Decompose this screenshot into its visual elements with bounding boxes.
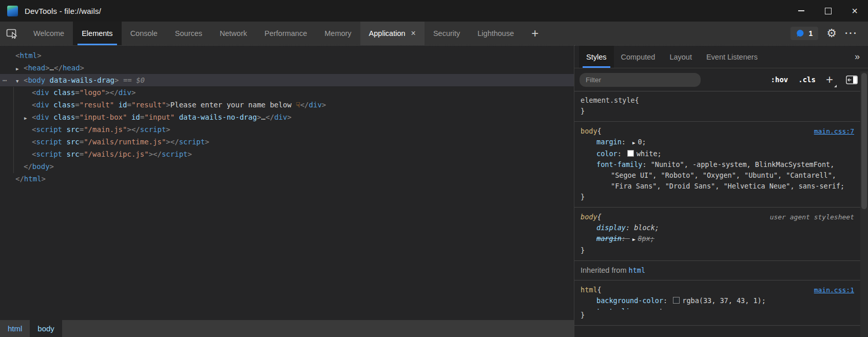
tab-elements[interactable]: Elements: [73, 22, 121, 45]
css-property[interactable]: font-family: "Nunito", -apple-system, Bl…: [581, 159, 854, 192]
css-property[interactable]: margin: ▶0;: [581, 137, 854, 148]
maximize-button[interactable]: [815, 0, 841, 22]
code-token: "input-box": [80, 113, 127, 121]
tab-performance[interactable]: Performance: [256, 22, 316, 45]
tab-console[interactable]: Console: [122, 22, 166, 45]
new-style-rule-button[interactable]: +: [826, 73, 837, 86]
code-token: div: [309, 101, 322, 109]
tree-row[interactable]: <div class="logo"></div>: [0, 86, 574, 99]
element-classes-button[interactable]: .cls: [798, 76, 816, 84]
css-property[interactable]: margin: ▶8px;: [581, 233, 854, 245]
scrollbar-thumb[interactable]: [861, 73, 867, 209]
property-colon: :: [642, 160, 650, 168]
code-token: "result": [80, 101, 114, 109]
tree-row[interactable]: ▶<div class="input-box" id="input" data-…: [0, 111, 574, 123]
property-value: 0;: [638, 138, 646, 146]
inherited-from-link[interactable]: html: [629, 266, 646, 274]
stylesheet-link[interactable]: main.css:1: [814, 285, 854, 295]
styles-filter-input[interactable]: [580, 73, 701, 87]
rule-selector-line: element.style {: [581, 95, 854, 106]
property-colon: :: [626, 223, 634, 232]
code-token: </: [300, 101, 309, 109]
tab-label: Performance: [264, 29, 307, 38]
code-token: >: [166, 138, 170, 146]
code-token: =: [80, 138, 84, 146]
css-property[interactable]: color: white;: [581, 148, 854, 159]
styles-scrollbar[interactable]: [860, 71, 868, 337]
elements-panel: <html>▶<head>…</head>⋯▼<body data-wails-…: [0, 45, 574, 337]
tree-row[interactable]: </body>: [0, 160, 574, 173]
tab-close-icon[interactable]: ×: [411, 29, 416, 38]
sidebar-tab-layout[interactable]: Layout: [662, 46, 699, 68]
property-name: background-color: [596, 296, 663, 305]
rule-selector-line: body {user agent stylesheet: [581, 212, 854, 222]
expand-value-arrow-icon[interactable]: ▶: [630, 237, 638, 242]
css-selector[interactable]: body: [581, 212, 597, 222]
code-token: =: [80, 150, 84, 158]
css-selector[interactable]: html: [581, 285, 597, 295]
tab-security[interactable]: Security: [425, 22, 469, 45]
expand-arrow-icon[interactable]: ▶: [24, 112, 32, 124]
code-token: html: [24, 175, 42, 183]
tab-label: Security: [433, 29, 460, 38]
tree-row[interactable]: ▶<head>…</head>: [0, 62, 574, 74]
expand-arrow-icon[interactable]: ▶: [16, 63, 24, 75]
tab-lighthouse[interactable]: Lighthouse: [469, 22, 523, 45]
tab-label: Network: [220, 29, 247, 38]
tree-row[interactable]: <div class="result" id="result">Please e…: [0, 99, 574, 111]
expand-value-arrow-icon[interactable]: ▶: [630, 140, 638, 145]
node-menu-icon[interactable]: ⋯: [3, 74, 7, 86]
code-token: >: [205, 138, 209, 146]
stylesheet-link[interactable]: main.css:7: [814, 126, 854, 137]
styles-toolbar: :hov .cls +: [574, 68, 868, 91]
tab-sources[interactable]: Sources: [166, 22, 211, 45]
css-property[interactable]: text-align: center;: [581, 306, 854, 310]
sidebar-tabs-overflow-icon[interactable]: »: [846, 46, 868, 68]
tree-row[interactable]: <script src="/main.js"></script>: [0, 123, 574, 136]
code-token: data-wails-no-drag: [179, 113, 257, 121]
breadcrumb-item-html[interactable]: html: [0, 320, 30, 337]
property-name: margin: [596, 234, 622, 242]
tree-row[interactable]: ⋯▼<body data-wails-drag> == $0: [0, 74, 574, 86]
toggle-element-state-button[interactable]: :hov: [771, 76, 788, 84]
css-selector[interactable]: element.style: [581, 95, 635, 106]
css-selector[interactable]: body: [581, 126, 597, 137]
code-token: >: [149, 150, 153, 158]
tab-welcome[interactable]: Welcome: [25, 22, 73, 45]
sidebar-tab-styles[interactable]: Styles: [579, 46, 614, 68]
sidebar-tab-computed[interactable]: Computed: [614, 46, 663, 68]
tab-memory[interactable]: Memory: [316, 22, 360, 45]
code-token: </: [15, 175, 24, 183]
code-token: =: [127, 101, 131, 109]
breadcrumb-item-body[interactable]: body: [30, 320, 62, 337]
issues-counter-button[interactable]: 1: [790, 27, 818, 40]
tree-row[interactable]: <script src="/wails/ipc.js"></script>: [0, 148, 574, 160]
toggle-sidebar-button[interactable]: [846, 76, 858, 84]
collapse-arrow-icon[interactable]: ▼: [16, 75, 24, 87]
add-panel-button[interactable]: +: [523, 22, 547, 45]
code-token: …: [50, 64, 54, 72]
tree-row[interactable]: <script src="/wails/runtime.js"></script…: [0, 136, 574, 148]
code-token: [49, 113, 53, 121]
css-property[interactable]: background-color: rgba(33, 37, 43, 1);: [581, 295, 854, 306]
close-button[interactable]: ×: [841, 0, 868, 22]
color-swatch[interactable]: [673, 297, 680, 304]
inherited-from-header: Inherited from html: [574, 261, 860, 280]
settings-button[interactable]: ⚙: [826, 28, 837, 39]
dom-tree: <html>▶<head>…</head>⋯▼<body data-wails-…: [0, 46, 574, 320]
code-token: =: [75, 88, 79, 97]
tree-row[interactable]: </html>: [0, 173, 574, 185]
code-token: class: [53, 113, 75, 121]
inspect-element-button[interactable]: [0, 22, 25, 45]
tab-network[interactable]: Network: [211, 22, 256, 45]
minimize-icon: [798, 10, 804, 11]
code-token: script: [36, 150, 62, 158]
minimize-button[interactable]: [788, 0, 815, 22]
sidebar-tab-event-listeners[interactable]: Event Listeners: [699, 46, 765, 68]
tree-row[interactable]: <html>: [0, 49, 574, 62]
css-property[interactable]: display: block;: [581, 222, 854, 233]
close-icon: ×: [852, 6, 858, 16]
tab-application[interactable]: Application×: [360, 22, 425, 45]
color-swatch[interactable]: [627, 150, 634, 157]
devtools-tabbar: WelcomeElementsConsoleSourcesNetworkPerf…: [0, 22, 868, 45]
